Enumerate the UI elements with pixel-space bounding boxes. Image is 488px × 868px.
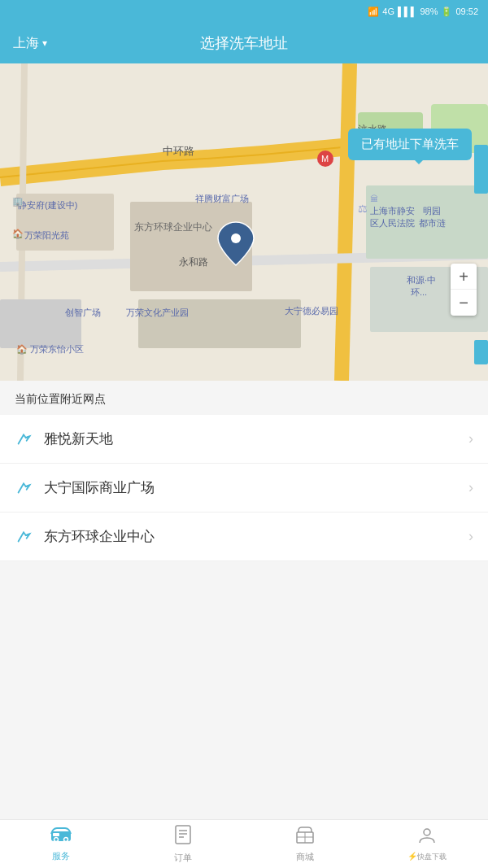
svg-text:区人民法院: 区人民法院 xyxy=(370,218,415,228)
account-icon xyxy=(418,827,436,849)
orders-icon xyxy=(174,825,192,849)
svg-point-38 xyxy=(54,837,59,841)
svg-rect-3 xyxy=(138,299,301,348)
nav-item-service[interactable]: 服务 xyxy=(0,820,122,868)
signal-bars: ▌▌▌ xyxy=(398,7,416,16)
svg-text:创智广场: 创智广场 xyxy=(65,308,101,317)
battery-level: 98% xyxy=(420,7,438,16)
time-display: 09:52 xyxy=(455,7,478,16)
bottom-nav: 服务 订单 商城 xyxy=(0,819,488,868)
svg-text:环...: 环... xyxy=(411,287,427,297)
status-icons: 📶 4G ▌▌▌ 98% 🔋 09:52 xyxy=(368,7,478,17)
city-selector[interactable]: 上海 ▾ xyxy=(13,35,47,52)
app-header: 上海 ▾ 选择洗车地址 xyxy=(0,23,488,63)
svg-rect-35 xyxy=(474,340,488,364)
svg-rect-37 xyxy=(53,833,59,836)
map-svg: 中环路 汶水路 永和路 静安府(建设中) 万荣阳光苑 🏠 🏢 东方环球企业中心 … xyxy=(0,63,488,381)
zoom-out-button[interactable]: − xyxy=(451,290,477,316)
empty-area xyxy=(0,561,488,691)
map-zoom-controls: + − xyxy=(451,264,477,316)
service-icon xyxy=(50,827,72,848)
svg-rect-34 xyxy=(474,145,488,194)
svg-text:和源·中: 和源·中 xyxy=(407,275,436,285)
svg-point-39 xyxy=(64,837,68,841)
svg-text:中环路: 中环路 xyxy=(163,145,194,157)
svg-text:永和路: 永和路 xyxy=(179,256,208,268)
svg-point-33 xyxy=(231,233,241,243)
signal-4g: 4G xyxy=(382,7,394,16)
svg-text:⚖: ⚖ xyxy=(358,203,368,215)
orders-label: 订单 xyxy=(174,852,192,864)
svg-text:东方环球企业中心: 东方环球企业中心 xyxy=(134,221,212,233)
location-name-2: 东方环球企业中心 xyxy=(44,527,468,546)
nav-item-account[interactable]: ⚡快盘下载 xyxy=(366,820,488,868)
navigation-icon-0 xyxy=(15,430,33,448)
map-tooltip[interactable]: 已有地址下单洗车 xyxy=(348,129,472,160)
navigation-icon-2 xyxy=(15,528,33,546)
location-item-2[interactable]: 东方环球企业中心 › xyxy=(0,513,488,561)
svg-text:M: M xyxy=(321,154,329,164)
svg-text:🏠: 🏠 xyxy=(12,228,24,239)
svg-text:🏢: 🏢 xyxy=(12,195,24,207)
svg-text:🏛: 🏛 xyxy=(370,194,378,203)
account-label: ⚡快盘下载 xyxy=(407,852,447,862)
arrow-icon-1: › xyxy=(468,479,473,496)
svg-text:静安府(建设中): 静安府(建设中) xyxy=(18,200,77,210)
location-section: 当前位置附近网点 雅悦新天地 › 大宁国际商业广场 › 东方环球企业中心 › xyxy=(0,381,488,561)
svg-text:明园: 明园 xyxy=(423,206,441,216)
location-name-0: 雅悦新天地 xyxy=(44,430,468,448)
svg-text:祥腾财富广场: 祥腾财富广场 xyxy=(195,194,249,203)
nav-item-shop[interactable]: 商城 xyxy=(244,820,366,868)
svg-text:都市涟: 都市涟 xyxy=(419,218,446,228)
arrow-icon-2: › xyxy=(468,528,473,545)
status-bar: 📶 4G ▌▌▌ 98% 🔋 09:52 xyxy=(0,0,488,23)
map-container[interactable]: 中环路 汶水路 永和路 静安府(建设中) 万荣阳光苑 🏠 🏢 东方环球企业中心 … xyxy=(0,63,488,381)
location-name-1: 大宁国际商业广场 xyxy=(44,478,468,497)
nav-item-orders[interactable]: 订单 xyxy=(122,820,244,868)
wifi-icon: 📶 xyxy=(368,7,379,17)
page-title: 选择洗车地址 xyxy=(200,33,288,53)
location-item-0[interactable]: 雅悦新天地 › xyxy=(0,415,488,464)
arrow-icon-0: › xyxy=(468,430,473,447)
shop-icon xyxy=(295,826,315,848)
city-name: 上海 xyxy=(13,35,39,52)
chevron-down-icon: ▾ xyxy=(42,37,47,49)
location-item-1[interactable]: 大宁国际商业广场 › xyxy=(0,464,488,513)
shop-label: 商城 xyxy=(296,851,314,863)
svg-rect-40 xyxy=(176,826,190,844)
svg-text:大宁德必易园: 大宁德必易园 xyxy=(285,306,338,316)
svg-text:万荣文化产业园: 万荣文化产业园 xyxy=(126,308,189,317)
service-label: 服务 xyxy=(52,850,70,862)
svg-point-47 xyxy=(424,829,430,835)
location-section-header: 当前位置附近网点 xyxy=(0,381,488,415)
svg-rect-4 xyxy=(0,299,81,348)
navigation-icon-1 xyxy=(15,479,33,497)
svg-text:上海市静安: 上海市静安 xyxy=(370,206,415,216)
svg-text:🏠 万荣东怡小区: 🏠 万荣东怡小区 xyxy=(16,343,84,355)
zoom-in-button[interactable]: + xyxy=(451,264,477,290)
svg-text:万荣阳光苑: 万荣阳光苑 xyxy=(24,230,69,240)
battery-icon: 🔋 xyxy=(441,7,452,17)
